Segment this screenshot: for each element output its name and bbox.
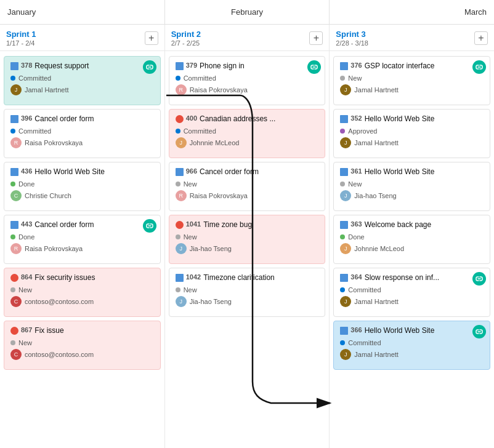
status-dot bbox=[340, 76, 345, 81]
month-label-january: January bbox=[7, 7, 36, 17]
sprint-1-add-button[interactable]: + bbox=[145, 31, 158, 45]
status-dot bbox=[176, 76, 180, 81]
status-dot bbox=[176, 182, 180, 186]
avatar: J bbox=[340, 137, 351, 148]
status-dot bbox=[340, 234, 345, 239]
status-dot bbox=[340, 182, 345, 186]
sprint-3-cards: 376 GSP locator interface New J Jamal Ha… bbox=[330, 51, 494, 448]
task-icon bbox=[10, 115, 18, 123]
avatar: J bbox=[10, 84, 22, 95]
avatar: J bbox=[176, 137, 187, 148]
link-icon-378[interactable] bbox=[143, 60, 156, 74]
card-1041: 1041 Time zone bug New J Jia-hao Tseng bbox=[169, 215, 326, 264]
card-436: 436 Hello World Web Site Done C Christie… bbox=[4, 162, 161, 211]
link-icon-379[interactable] bbox=[307, 60, 321, 74]
task-icon bbox=[176, 168, 184, 176]
status-dot bbox=[340, 287, 345, 292]
bug-icon bbox=[176, 221, 184, 229]
task-icon bbox=[10, 221, 18, 229]
month-headers: January February March bbox=[0, 0, 494, 25]
sprint-1-cards: 378 Request support Committed J Jamal Ha… bbox=[0, 51, 164, 448]
sprint-3-add-button[interactable]: + bbox=[474, 31, 488, 45]
card-396: 396 Cancel order form Committed R Raisa … bbox=[4, 109, 161, 158]
status-dot bbox=[176, 234, 180, 239]
bug-icon bbox=[176, 115, 184, 123]
bug-icon bbox=[10, 274, 18, 282]
card-352: 352 Hello World Web Site Approved J Jama… bbox=[333, 109, 490, 158]
month-label-march: March bbox=[464, 7, 487, 17]
avatar: R bbox=[176, 84, 187, 95]
link-icon-376[interactable] bbox=[472, 60, 486, 74]
month-march: March bbox=[330, 0, 494, 24]
card-363: 363 Welcome back page Done J Johnnie McL… bbox=[333, 215, 490, 264]
avatar: J bbox=[176, 296, 187, 307]
task-icon bbox=[340, 327, 348, 335]
avatar: C bbox=[10, 190, 22, 201]
sprint-2-column: Sprint 2 2/7 - 2/25 + 379 Phone sign in bbox=[165, 25, 330, 448]
status-dot bbox=[340, 129, 345, 134]
card-1042: 1042 Timezone clarification New J Jia-ha… bbox=[169, 268, 326, 317]
avatar: R bbox=[10, 243, 22, 254]
avatar: J bbox=[340, 349, 351, 360]
avatar: C bbox=[10, 349, 22, 360]
task-icon bbox=[340, 115, 348, 123]
sprint-3-column: Sprint 3 2/28 - 3/18 + 376 GSP locator i… bbox=[330, 25, 494, 448]
card-867: 867 Fix issue New C contoso@contoso.com bbox=[4, 321, 161, 370]
card-378: 378 Request support Committed J Jamal Ha… bbox=[4, 56, 161, 105]
avatar: J bbox=[340, 84, 351, 95]
status-dot bbox=[10, 287, 15, 292]
status-dot bbox=[176, 287, 180, 292]
card-400: 400 Canadian addresses ... Committed J J… bbox=[169, 109, 326, 158]
link-icon-364[interactable] bbox=[472, 272, 486, 286]
task-icon bbox=[340, 221, 348, 229]
status-dot bbox=[176, 129, 180, 134]
card-361: 361 Hello World Web Site New J Jia-hao T… bbox=[333, 162, 490, 211]
sprint-2-header: Sprint 2 2/7 - 2/25 + bbox=[165, 25, 330, 51]
avatar: J bbox=[340, 243, 351, 254]
avatar: J bbox=[340, 190, 351, 201]
status-dot bbox=[10, 129, 15, 134]
sprint-2-title: Sprint 2 bbox=[171, 30, 201, 39]
card-864: 864 Fix security issues New C contoso@co… bbox=[4, 268, 161, 317]
card-443: 443 Cancel order form Done R Raisa Pokro… bbox=[4, 215, 161, 264]
status-dot bbox=[10, 234, 15, 239]
sprint-3-dates: 2/28 - 3/18 bbox=[336, 39, 368, 47]
task-icon bbox=[10, 62, 18, 70]
link-icon-366[interactable] bbox=[472, 325, 486, 338]
task-icon bbox=[340, 168, 348, 176]
avatar: J bbox=[176, 243, 187, 254]
task-icon bbox=[340, 62, 348, 70]
sprint-2-cards: 379 Phone sign in Committed R Raisa Pokr… bbox=[165, 51, 330, 448]
status-dot bbox=[340, 340, 345, 345]
month-label-february: February bbox=[231, 7, 263, 17]
avatar: R bbox=[10, 137, 22, 148]
sprint-2-dates: 2/7 - 2/25 bbox=[171, 39, 201, 47]
status-dot bbox=[10, 340, 15, 345]
card-364: 364 Slow response on inf... Committed J … bbox=[333, 268, 490, 317]
card-376: 376 GSP locator interface New J Jamal Ha… bbox=[333, 56, 490, 105]
card-379: 379 Phone sign in Committed R Raisa Pokr… bbox=[169, 56, 326, 105]
avatar: R bbox=[176, 190, 187, 201]
sprint-1-dates: 1/17 - 2/4 bbox=[6, 39, 36, 47]
avatar: C bbox=[10, 296, 22, 307]
sprint-1-title: Sprint 1 bbox=[6, 30, 36, 39]
task-icon bbox=[176, 62, 184, 70]
link-icon-443[interactable] bbox=[143, 219, 156, 233]
sprint-columns: Sprint 1 1/17 - 2/4 + 378 Request suppor… bbox=[0, 25, 494, 448]
sprint-1-header: Sprint 1 1/17 - 2/4 + bbox=[0, 25, 164, 51]
status-dot bbox=[10, 76, 15, 81]
avatar: J bbox=[340, 296, 351, 307]
sprint-3-title: Sprint 3 bbox=[336, 30, 368, 39]
task-icon bbox=[176, 274, 184, 282]
bug-icon bbox=[10, 327, 18, 335]
sprint-1-column: Sprint 1 1/17 - 2/4 + 378 Request suppor… bbox=[0, 25, 165, 448]
task-icon bbox=[340, 274, 348, 282]
month-january: January bbox=[0, 0, 165, 24]
sprint-3-header: Sprint 3 2/28 - 3/18 + bbox=[330, 25, 494, 51]
sprint-2-add-button[interactable]: + bbox=[309, 31, 323, 45]
card-966: 966 Cancel order form New R Raisa Pokrov… bbox=[169, 162, 326, 211]
month-february: February bbox=[165, 0, 330, 24]
status-dot bbox=[10, 182, 15, 186]
task-icon bbox=[10, 168, 18, 176]
card-366: 366 Hello World Web Site Committed J Jam… bbox=[333, 321, 490, 370]
